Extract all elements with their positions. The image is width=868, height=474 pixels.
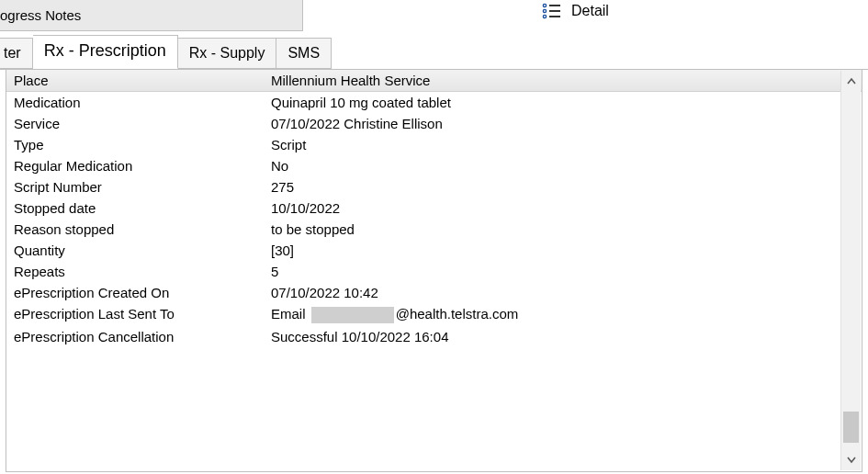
detail-row: ePrescription CancellationSuccessful 10/… bbox=[6, 326, 862, 347]
field-value: 07/10/2022 Christine Ellison bbox=[271, 116, 854, 131]
detail-row: TypeScript bbox=[6, 134, 862, 155]
scroll-up-arrow[interactable] bbox=[841, 71, 861, 93]
field-value: 275 bbox=[271, 179, 854, 195]
field-value: Email @health.telstra.com bbox=[271, 306, 854, 323]
tab-strip: ter Rx - Prescription Rx - Supply SMS bbox=[0, 35, 868, 70]
field-value: No bbox=[271, 158, 854, 174]
scroll-down-arrow[interactable] bbox=[841, 448, 861, 470]
detail-row: Regular MedicationNo bbox=[6, 155, 862, 176]
field-value: 07/10/2022 10:42 bbox=[271, 285, 854, 300]
detail-row: ePrescription Created On07/10/2022 10:42 bbox=[6, 282, 862, 303]
scroll-thumb[interactable] bbox=[843, 412, 859, 443]
field-label: Stopped date bbox=[14, 200, 271, 216]
detail-row: PlaceMillennium Health Service bbox=[6, 70, 862, 92]
tab-rx-prescription[interactable]: Rx - Prescription bbox=[33, 35, 178, 69]
redacted-block bbox=[311, 307, 394, 323]
detail-row: MedicationQuinapril 10 mg coated tablet bbox=[6, 92, 862, 113]
vertical-scrollbar[interactable] bbox=[840, 71, 861, 470]
detail-row: ePrescription Last Sent ToEmail @health.… bbox=[6, 303, 862, 326]
detail-row: Reason stoppedto be stopped bbox=[6, 219, 862, 240]
svg-point-0 bbox=[543, 4, 546, 6]
detail-row: Quantity[30] bbox=[6, 240, 862, 261]
detail-row: Stopped date10/10/2022 bbox=[6, 198, 862, 219]
detail-list-icon bbox=[542, 3, 562, 19]
svg-point-2 bbox=[543, 9, 546, 12]
detail-panel: PlaceMillennium Health ServiceMedication… bbox=[6, 70, 862, 471]
field-label: ePrescription Last Sent To bbox=[14, 306, 271, 323]
svg-point-4 bbox=[543, 15, 546, 17]
field-label: ePrescription Created On bbox=[14, 285, 271, 300]
detail-label: Detail bbox=[571, 3, 609, 19]
field-label: Regular Medication bbox=[14, 158, 271, 174]
field-label: Service bbox=[14, 116, 271, 131]
detail-toggle[interactable]: Detail bbox=[542, 3, 609, 19]
field-value: 10/10/2022 bbox=[271, 200, 854, 216]
detail-row: Service07/10/2022 Christine Ellison bbox=[6, 113, 862, 134]
detail-row: Script Number275 bbox=[6, 176, 862, 198]
field-label: Script Number bbox=[14, 179, 271, 195]
detail-row: Repeats5 bbox=[6, 261, 862, 282]
window-title-tab: ogress Notes bbox=[0, 0, 303, 31]
tab-partial-previous[interactable]: ter bbox=[0, 38, 33, 69]
field-value: [30] bbox=[271, 243, 854, 258]
window-title-text: ogress Notes bbox=[0, 7, 81, 23]
field-value: Quinapril 10 mg coated tablet bbox=[271, 95, 854, 110]
field-label: Place bbox=[14, 73, 271, 88]
field-value: to be stopped bbox=[271, 221, 854, 237]
field-label: Reason stopped bbox=[14, 221, 271, 237]
tab-rx-supply[interactable]: Rx - Supply bbox=[178, 38, 277, 69]
field-value: Successful 10/10/2022 16:04 bbox=[271, 329, 854, 344]
field-label: Quantity bbox=[14, 243, 271, 258]
field-value: Script bbox=[271, 137, 854, 152]
field-label: Medication bbox=[14, 95, 271, 110]
field-value: Millennium Health Service bbox=[271, 73, 854, 88]
field-value: 5 bbox=[271, 264, 854, 279]
field-label: Type bbox=[14, 137, 271, 152]
tab-sms[interactable]: SMS bbox=[276, 38, 332, 69]
field-label: ePrescription Cancellation bbox=[14, 329, 271, 344]
field-label: Repeats bbox=[14, 264, 271, 279]
